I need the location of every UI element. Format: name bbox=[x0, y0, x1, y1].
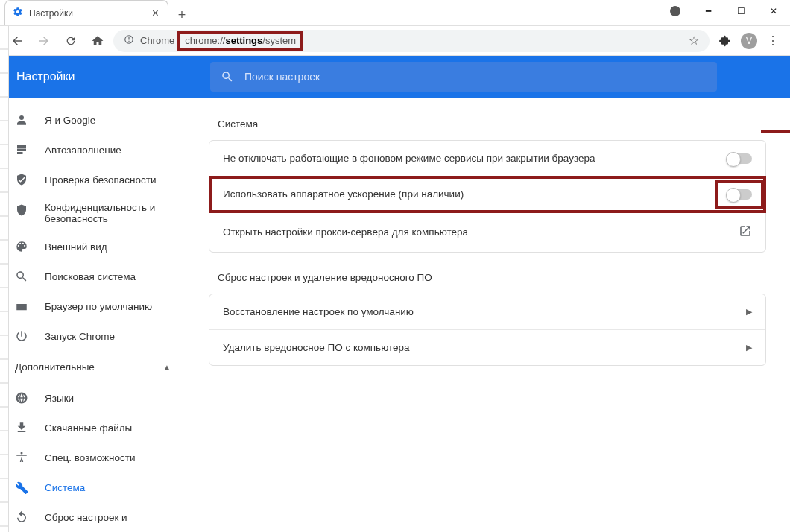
row-label: Удалить вредоносное ПО с компьютера bbox=[223, 342, 410, 353]
extensions-button[interactable] bbox=[714, 30, 736, 52]
sidebar-item-safety[interactable]: Проверка безопасности bbox=[0, 165, 186, 194]
sidebar-item-label: Поисковая система bbox=[45, 271, 136, 282]
close-window-button[interactable]: ✕ bbox=[757, 0, 790, 22]
sidebar-item-startup[interactable]: Запуск Chrome bbox=[0, 321, 186, 351]
row-label: Восстановление настроек по умолчанию bbox=[223, 306, 414, 317]
sidebar-item-label: Браузер по умолчанию bbox=[45, 301, 152, 312]
chevron-right-icon: ▶ bbox=[746, 307, 752, 317]
menu-button[interactable]: ⋮ bbox=[762, 30, 784, 52]
sidebar-item-label: Проверка безопасности bbox=[45, 174, 157, 186]
page-title: Настройки bbox=[16, 70, 210, 83]
reload-button[interactable] bbox=[60, 30, 82, 52]
sidebar-item-languages[interactable]: Языки bbox=[0, 383, 186, 413]
row-hardware-accel[interactable]: Использовать аппаратное ускорение (при н… bbox=[209, 177, 765, 212]
minimize-button[interactable]: ━ bbox=[692, 0, 724, 22]
browser-toolbar: Chrome chrome://settings/system ☆ V ⋮ bbox=[0, 26, 790, 56]
search-icon bbox=[221, 70, 234, 83]
sidebar-item-label: Скачанные файлы bbox=[45, 422, 132, 434]
reset-card: Восстановление настроек по умолчанию ▶ У… bbox=[209, 294, 766, 366]
search-placeholder: Поиск настроек bbox=[244, 71, 320, 83]
sidebar-item-label: Внешний вид bbox=[45, 241, 107, 253]
row-restore-defaults[interactable]: Восстановление настроек по умолчанию ▶ bbox=[209, 294, 765, 330]
row-proxy-settings[interactable]: Открыть настройки прокси-сервера для ком… bbox=[209, 212, 765, 252]
url-prefix: Chrome bbox=[140, 35, 174, 46]
maximize-button[interactable]: ☐ bbox=[724, 0, 757, 22]
sidebar-item-label: Запуск Chrome bbox=[45, 331, 115, 342]
sidebar-item-system[interactable]: Система bbox=[0, 472, 186, 502]
settings-search[interactable]: Поиск настроек bbox=[210, 62, 717, 92]
chevron-right-icon: ▶ bbox=[746, 343, 752, 352]
row-label: Использовать аппаратное ускорение (при н… bbox=[223, 189, 464, 200]
site-info-icon[interactable] bbox=[124, 34, 134, 47]
new-tab-button[interactable]: + bbox=[171, 4, 192, 25]
sidebar-item-default-browser[interactable]: Браузер по умолчанию bbox=[0, 291, 186, 321]
window-edge-hint bbox=[0, 26, 9, 532]
sidebar-item-label: Конфиденциальность и безопасность bbox=[45, 202, 171, 224]
tab-title: Настройки bbox=[29, 8, 73, 19]
row-label: Открыть настройки прокси-сервера для ком… bbox=[223, 227, 468, 238]
system-card: Не отключать работающие в фоновом режиме… bbox=[209, 140, 766, 253]
settings-content: Система Не отключать работающие в фоново… bbox=[186, 98, 790, 532]
toggle-hardware-accel[interactable] bbox=[727, 189, 752, 200]
sidebar-item-label: Языки bbox=[45, 393, 74, 404]
sidebar-item-autofill[interactable]: Автозаполнение bbox=[0, 135, 186, 165]
close-tab-button[interactable]: × bbox=[152, 7, 159, 20]
url-highlight: chrome://settings/system bbox=[177, 31, 303, 51]
profile-avatar[interactable]: V bbox=[741, 33, 757, 49]
row-background-apps[interactable]: Не отключать работающие в фоновом режиме… bbox=[209, 141, 765, 177]
address-bar[interactable]: Chrome chrome://settings/system ☆ bbox=[113, 30, 710, 52]
titlebar: Настройки × + ━ ☐ ✕ bbox=[0, 0, 790, 26]
sidebar-item-label: Я и Google bbox=[45, 115, 95, 126]
svg-point-1 bbox=[21, 452, 23, 455]
toggle-background-apps[interactable] bbox=[727, 153, 752, 164]
sidebar-item-search[interactable]: Поисковая система bbox=[0, 262, 186, 291]
sidebar-item-label: Автозаполнение bbox=[45, 145, 121, 156]
section-title-reset: Сброс настроек и удаление вредоносного П… bbox=[218, 272, 766, 283]
toggle-highlight bbox=[718, 183, 761, 206]
sidebar-item-downloads[interactable]: Скачанные файлы bbox=[0, 413, 186, 443]
forward-button[interactable] bbox=[33, 30, 55, 52]
section-title-system: Система bbox=[218, 118, 766, 130]
sidebar-item-label: Сброс настроек и bbox=[45, 512, 127, 523]
browser-tab[interactable]: Настройки × bbox=[4, 0, 168, 25]
chevron-up-icon: ▲ bbox=[163, 363, 171, 371]
sidebar-item-you-google[interactable]: Я и Google bbox=[0, 105, 186, 135]
sidebar-item-label: Спец. возможности bbox=[45, 452, 135, 463]
sidebar-group-advanced[interactable]: Дополнительные▲ bbox=[0, 351, 186, 383]
url-text: chrome://settings/system bbox=[185, 35, 296, 46]
row-cleanup[interactable]: Удалить вредоносное ПО с компьютера ▶ bbox=[209, 330, 765, 365]
open-external-icon bbox=[739, 224, 752, 240]
gear-icon bbox=[13, 7, 23, 19]
sidebar-item-appearance[interactable]: Внешний вид bbox=[0, 232, 186, 262]
sidebar-item-privacy[interactable]: Конфиденциальность и безопасность bbox=[0, 194, 186, 232]
home-button[interactable] bbox=[86, 30, 109, 52]
incognito-indicator-icon bbox=[659, 0, 692, 22]
settings-header: Настройки Поиск настроек bbox=[0, 56, 790, 98]
back-button[interactable] bbox=[6, 30, 28, 52]
sidebar-item-reset[interactable]: Сброс настроек и bbox=[0, 502, 186, 532]
settings-sidebar: Я и Google Автозаполнение Проверка безоп… bbox=[0, 98, 186, 532]
row-label: Не отключать работающие в фоновом режиме… bbox=[223, 153, 595, 164]
bookmark-star-icon[interactable]: ☆ bbox=[689, 34, 699, 48]
sidebar-item-accessibility[interactable]: Спец. возможности bbox=[0, 443, 186, 472]
sidebar-group-label: Дополнительные bbox=[15, 361, 95, 373]
sidebar-item-label: Система bbox=[45, 482, 85, 493]
